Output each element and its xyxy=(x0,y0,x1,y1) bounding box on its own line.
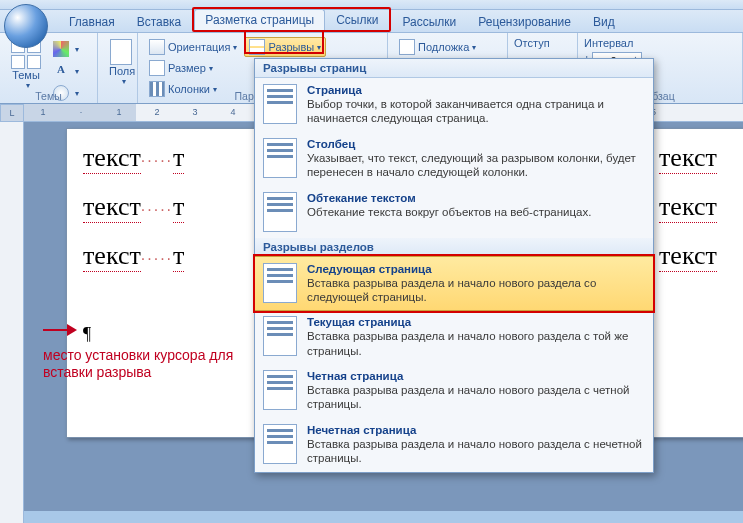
menu-item-desc: Вставка разрыва раздела и начало нового … xyxy=(307,329,645,358)
menu-item-next-page-section[interactable]: Следующая страница Вставка разрыва разде… xyxy=(254,256,654,312)
spacing-label: Интервал xyxy=(584,37,736,49)
even-page-section-icon xyxy=(263,370,297,410)
menu-item-text-wrapping-break[interactable]: Обтекание текстом Обтекание текста вокру… xyxy=(255,186,653,238)
orientation-button[interactable]: Ориентация▾ xyxy=(144,37,242,57)
ribbon-tabs: Главная Вставка Разметка страницы Ссылки… xyxy=(0,10,743,32)
doc-text: текст xyxy=(83,192,141,223)
tab-home[interactable]: Главная xyxy=(58,11,126,32)
margins-button[interactable]: Поля▾ xyxy=(104,37,140,93)
size-icon xyxy=(149,60,165,76)
tab-view[interactable]: Вид xyxy=(582,11,626,32)
doc-text: текст xyxy=(659,241,717,272)
orientation-label: Ориентация xyxy=(168,41,230,53)
menu-item-continuous-section[interactable]: Текущая страница Вставка разрыва раздела… xyxy=(255,310,653,364)
size-label: Размер xyxy=(168,62,206,74)
menu-item-title: Следующая страница xyxy=(307,263,645,275)
doc-text: т xyxy=(173,192,184,223)
menu-item-title: Страница xyxy=(307,84,645,96)
menu-header-section-breaks: Разрывы разделов xyxy=(255,238,653,257)
menu-item-title: Текущая страница xyxy=(307,316,645,328)
menu-item-desc: Вставка разрыва раздела и начало нового … xyxy=(307,383,645,412)
doc-text: текст xyxy=(659,143,717,174)
breaks-button[interactable]: Разрывы▾ xyxy=(244,37,326,57)
menu-item-desc: Выбор точки, в которой заканчивается одн… xyxy=(307,97,645,126)
doc-text: текст xyxy=(83,143,141,174)
margins-label: Поля xyxy=(109,65,135,77)
annotation-red-box-tabs: Разметка страницы Ссылки xyxy=(192,7,391,32)
theme-fonts-button[interactable]: A▾ xyxy=(48,61,84,81)
column-break-icon xyxy=(263,138,297,178)
size-button[interactable]: Размер▾ xyxy=(144,58,218,78)
menu-item-title: Обтекание текстом xyxy=(307,192,645,204)
document-page[interactable]: текст·····т текст·····т текст·····т ¶ ме… xyxy=(66,128,262,438)
menu-item-even-page-section[interactable]: Четная страница Вставка разрыва раздела … xyxy=(255,364,653,418)
group-margins: Поля▾ xyxy=(98,33,138,103)
ruler-corner[interactable]: L xyxy=(0,104,24,122)
tab-mailings[interactable]: Рассылки xyxy=(391,11,467,32)
watermark-label: Подложка xyxy=(418,41,469,53)
breaks-icon xyxy=(249,39,265,55)
menu-item-desc: Указывает, что текст, следующий за разры… xyxy=(307,151,645,180)
tab-insert[interactable]: Вставка xyxy=(126,11,193,32)
menu-item-column-break[interactable]: Столбец Указывает, что текст, следующий … xyxy=(255,132,653,186)
doc-text: текст xyxy=(659,192,717,223)
annotation-arrow xyxy=(43,324,77,336)
text-wrap-break-icon xyxy=(263,192,297,232)
doc-text: т xyxy=(173,143,184,174)
doc-text: т xyxy=(173,241,184,272)
orientation-icon xyxy=(149,39,165,55)
menu-item-desc: Обтекание текста вокруг объектов на веб-… xyxy=(307,205,645,219)
menu-header-page-breaks: Разрывы страниц xyxy=(255,59,653,78)
pilcrow-icon: ¶ xyxy=(83,324,91,345)
odd-page-section-icon xyxy=(263,424,297,464)
continuous-section-icon xyxy=(263,316,297,356)
breaks-label: Разрывы xyxy=(268,41,314,53)
menu-item-odd-page-section[interactable]: Нечетная страница Вставка разрыва раздел… xyxy=(255,418,653,472)
tab-references[interactable]: Ссылки xyxy=(325,9,389,30)
menu-item-title: Нечетная страница xyxy=(307,424,645,436)
tab-page-layout[interactable]: Разметка страницы xyxy=(194,9,325,30)
menu-item-desc: Вставка разрыва раздела и начало нового … xyxy=(307,276,645,305)
indent-label: Отступ xyxy=(514,37,571,49)
office-button[interactable] xyxy=(4,4,48,48)
group-themes-title: Темы xyxy=(0,90,97,102)
doc-text: текст xyxy=(83,241,141,272)
themes-label: Темы xyxy=(12,69,40,81)
document-page[interactable]: текст текст текст xyxy=(642,128,743,438)
menu-item-desc: Вставка разрыва раздела и начало нового … xyxy=(307,437,645,466)
menu-item-title: Четная страница xyxy=(307,370,645,382)
tab-review[interactable]: Рецензирование xyxy=(467,11,582,32)
annotation-cursor-note: место установки курсора для вставки разр… xyxy=(43,347,245,382)
breaks-dropdown-menu: Разрывы страниц Страница Выбор точки, в … xyxy=(254,58,654,473)
watermark-button[interactable]: Подложка▾ xyxy=(394,37,481,57)
watermark-icon xyxy=(399,39,415,55)
next-page-section-icon xyxy=(263,263,297,303)
menu-item-page-break[interactable]: Страница Выбор точки, в которой заканчив… xyxy=(255,78,653,132)
menu-item-title: Столбец xyxy=(307,138,645,150)
margins-icon xyxy=(110,39,132,65)
page-break-icon xyxy=(263,84,297,124)
vertical-ruler[interactable] xyxy=(0,122,24,523)
theme-colors-button[interactable]: ▾ xyxy=(48,39,84,59)
